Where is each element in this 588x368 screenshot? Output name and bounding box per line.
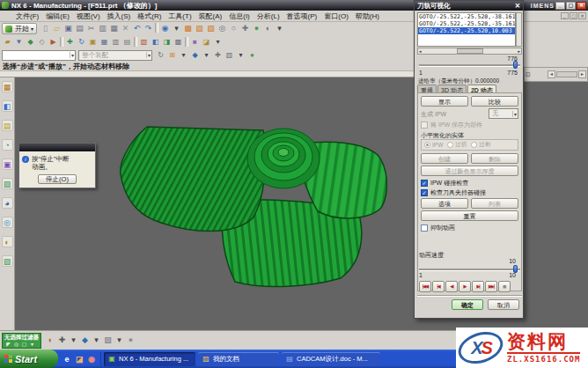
save-ipw-checkbox[interactable]: 将 IPW 保存为部件 bbox=[421, 121, 482, 129]
hd3d-tools-icon[interactable]: ◕ bbox=[2, 197, 13, 209]
menu-window[interactable]: 窗口(O) bbox=[320, 11, 352, 22]
wireframe-view-icon[interactable]: ◐ bbox=[262, 23, 274, 34]
expand-icon[interactable]: ⊡ bbox=[526, 71, 531, 78]
create-geometry-icon[interactable]: ◆ bbox=[25, 36, 36, 48]
assembly-navigator-icon[interactable]: ▦ bbox=[2, 81, 13, 92]
ie-browser-icon[interactable]: e bbox=[62, 354, 72, 364]
start-application-button[interactable]: 开始 ▾ bbox=[2, 23, 37, 34]
save-icon[interactable]: ▣ bbox=[62, 23, 74, 34]
visualize-icon[interactable]: ◉ bbox=[159, 23, 171, 34]
taskbar-task-word-doc[interactable]: ▤ CADCAM设计.doc - M... bbox=[282, 352, 380, 366]
part-navigator-icon[interactable]: ▤ bbox=[2, 120, 13, 131]
wcs-icon[interactable]: ✚ bbox=[212, 49, 224, 61]
drive-method-icon[interactable]: ◪ bbox=[201, 36, 212, 48]
select-zoom-icon[interactable]: ◎ bbox=[12, 341, 20, 348]
constraint-navigator-icon[interactable]: ◧ bbox=[2, 100, 13, 112]
shop-documentation-icon[interactable]: ▧ bbox=[138, 36, 150, 48]
refresh-icon[interactable]: ↻ bbox=[155, 49, 166, 61]
media-player-icon[interactable]: ◉ bbox=[86, 354, 97, 364]
show-desktop-icon[interactable]: ◪ bbox=[74, 354, 85, 364]
plus-caret-icon[interactable]: ▾ bbox=[68, 335, 79, 346]
undo-icon[interactable]: ↶ bbox=[131, 23, 143, 34]
progress-slider-thumb[interactable] bbox=[513, 61, 518, 69]
stop-button[interactable]: ■ bbox=[498, 281, 511, 292]
menu-file[interactable]: 文件(F) bbox=[12, 11, 42, 22]
overflow-caret-icon[interactable]: ▾ bbox=[171, 23, 182, 34]
options-button[interactable]: 选项 bbox=[421, 198, 468, 209]
generate-ipw-combo[interactable]: 无 ▾ bbox=[489, 108, 518, 119]
scroll-right-arrow[interactable]: ► bbox=[578, 70, 586, 78]
simulate-machine-icon[interactable]: ▦ bbox=[99, 36, 110, 48]
hscroll-thumb[interactable] bbox=[457, 48, 483, 54]
goto-vertical-scrollbar[interactable] bbox=[516, 12, 522, 47]
mdi-restore-button[interactable]: ▢ bbox=[570, 12, 577, 19]
goto-line[interactable]: GOTO/-25.522,-25.520,-35.161 bbox=[418, 20, 515, 27]
menu-assemblies[interactable]: 装配(A) bbox=[195, 11, 226, 22]
dialog-titlebar[interactable]: 刀轨可视化 ✕ bbox=[415, 1, 523, 11]
snap-point-icon[interactable]: ◆ bbox=[79, 335, 91, 346]
workpart-combo[interactable]: ▾ bbox=[2, 50, 76, 61]
minimize-button[interactable]: _ bbox=[555, 2, 565, 10]
plus-icon[interactable]: ✚ bbox=[56, 335, 68, 346]
reuse-library-icon[interactable]: ▨ bbox=[2, 178, 13, 189]
step-forward-button[interactable]: ▶| bbox=[472, 281, 484, 292]
operation-navigator-icon[interactable]: ◔ bbox=[2, 139, 13, 151]
row-caret-icon[interactable]: ▾ bbox=[212, 36, 224, 48]
pan-icon[interactable]: ✚ bbox=[239, 23, 251, 34]
zoom-icon[interactable]: ◎ bbox=[217, 23, 228, 34]
menu-preferences[interactable]: 首选项(P) bbox=[283, 11, 321, 22]
select-cursor-icon[interactable]: ◤ bbox=[4, 341, 12, 348]
datum-caret-icon[interactable]: ▾ bbox=[114, 335, 125, 346]
web-browser-icon[interactable]: ◎ bbox=[2, 217, 13, 228]
roles-icon[interactable]: ▧ bbox=[2, 255, 13, 267]
hscroll-right-arrow[interactable]: ► bbox=[518, 49, 521, 54]
radio-excess[interactable]: 过剩 bbox=[471, 141, 490, 149]
filter-scope-combo[interactable]: 整个装配 ▾ bbox=[78, 50, 152, 61]
view-caret-icon[interactable]: ▾ bbox=[274, 23, 285, 34]
menu-view[interactable]: 视图(V) bbox=[73, 11, 104, 22]
holder-collision-checkbox[interactable]: ✓ 检查刀具夹持器碰撞 bbox=[421, 188, 486, 197]
speed-slider[interactable] bbox=[419, 269, 520, 270]
datum-icon[interactable]: ▧ bbox=[102, 335, 114, 346]
new-file-icon[interactable]: ▯ bbox=[40, 23, 51, 34]
create-method-icon[interactable]: ◇ bbox=[36, 36, 48, 48]
play-to-start-button[interactable]: |◀◀ bbox=[419, 281, 431, 292]
verify-toolpath-icon[interactable]: ▣ bbox=[87, 36, 99, 48]
list-button[interactable]: 列表 bbox=[471, 198, 518, 209]
stop-dialog-titlebar[interactable] bbox=[19, 144, 95, 151]
open-file-icon[interactable]: ▱ bbox=[51, 23, 62, 34]
menu-edit[interactable]: 编辑(E) bbox=[42, 11, 73, 22]
create-tool-icon[interactable]: ▼ bbox=[13, 36, 25, 48]
show-button[interactable]: 显示 bbox=[421, 96, 468, 107]
replay-toolpath-icon[interactable]: ↻ bbox=[76, 36, 87, 48]
suppress-animation-checkbox[interactable]: 抑制动画 bbox=[421, 224, 455, 232]
fit-view-icon[interactable]: ⊞ bbox=[166, 49, 178, 61]
snap-caret-icon[interactable]: ▾ bbox=[91, 335, 102, 346]
delete-button[interactable]: 删除 bbox=[471, 153, 518, 164]
menu-analysis[interactable]: 分析(L) bbox=[254, 11, 283, 22]
face-analysis-icon[interactable]: ◐ bbox=[45, 335, 56, 346]
output-clsf-icon[interactable]: ▤ bbox=[121, 36, 133, 48]
render-style-icon[interactable]: ● bbox=[246, 49, 258, 61]
thickness-by-color-button[interactable]: 通过颜色显示厚度 bbox=[421, 166, 518, 176]
select-caret-icon[interactable]: ▾ bbox=[28, 341, 36, 348]
selection-filter-dropdown[interactable]: 无选择过滤器 ◤◎▢▾ bbox=[2, 333, 41, 349]
taskbar-task-nx[interactable]: ▣ NX 6 - Manufacturing ... bbox=[104, 352, 195, 366]
play-to-end-button[interactable]: ▶▶| bbox=[485, 281, 497, 292]
cancel-button[interactable]: 取消 bbox=[488, 299, 519, 310]
snap-caret-icon[interactable]: ▾ bbox=[201, 49, 212, 61]
radio-gouge[interactable]: 过切 bbox=[447, 141, 467, 149]
scroll-left-arrow[interactable]: ◄ bbox=[548, 70, 555, 78]
restore-button[interactable]: ▢ bbox=[566, 2, 576, 10]
back-button[interactable]: ◀ bbox=[445, 281, 458, 292]
shaded-view-icon[interactable]: ● bbox=[251, 23, 262, 34]
create-operation-icon[interactable]: ▶ bbox=[48, 36, 59, 48]
history-icon[interactable]: ◐ bbox=[2, 236, 13, 247]
compare-button[interactable]: 比较 bbox=[471, 96, 518, 107]
goto-line[interactable]: GOTO/-25.522,-25.520,10.003 bbox=[418, 27, 515, 34]
play-button[interactable]: ▶ bbox=[459, 281, 471, 292]
paste-icon[interactable]: ▦ bbox=[108, 23, 120, 34]
machine-navigator-icon[interactable]: ▣ bbox=[2, 158, 13, 170]
snap-point-icon[interactable]: ◆ bbox=[189, 49, 201, 61]
orbit-icon[interactable]: ○ bbox=[228, 23, 239, 34]
